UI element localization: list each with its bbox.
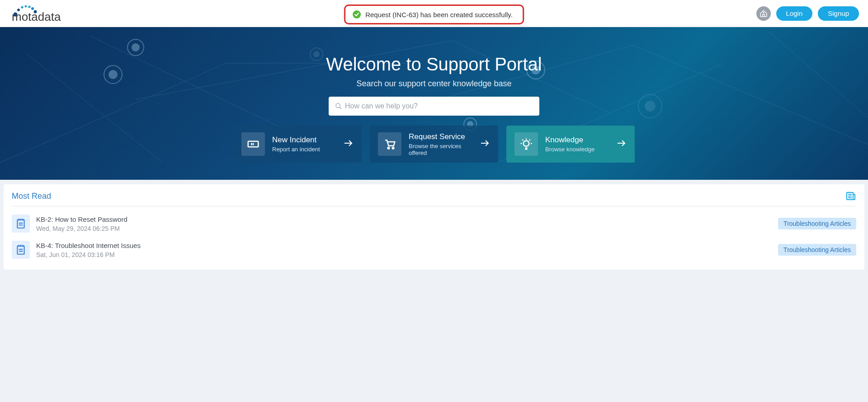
article-main: KB-2: How to Reset Password Wed, May 29,… bbox=[36, 215, 772, 232]
article-date: Wed, May 29, 2024 06:25 PM bbox=[36, 225, 772, 232]
svg-point-30 bbox=[310, 48, 323, 61]
card-main: Knowledge Browse knowledge bbox=[545, 136, 609, 153]
svg-line-11 bbox=[633, 45, 868, 145]
card-desc: Browse knowledge bbox=[545, 146, 609, 153]
svg-point-27 bbox=[645, 101, 655, 111]
hero-subtitle: Search our support center knowledge base bbox=[356, 79, 511, 89]
card-request-service[interactable]: Request Service Browse the services offe… bbox=[370, 126, 498, 163]
svg-line-47 bbox=[522, 140, 523, 140]
svg-point-31 bbox=[314, 51, 319, 57]
card-knowledge[interactable]: Knowledge Browse knowledge bbox=[506, 126, 635, 163]
svg-line-33 bbox=[340, 107, 341, 109]
article-date: Sat, Jun 01, 2024 03:16 PM bbox=[36, 251, 772, 258]
article-title[interactable]: KB-2: How to Reset Password bbox=[36, 215, 772, 223]
svg-line-8 bbox=[0, 63, 226, 163]
article-main: KB-4: Troubleshoot Internet Issues Sat, … bbox=[36, 242, 772, 258]
check-icon bbox=[353, 10, 361, 19]
brand-logo[interactable]: motadata bbox=[12, 5, 71, 23]
success-toast: Request (INC-63) has been created succes… bbox=[344, 5, 524, 24]
notepad-icon bbox=[12, 215, 30, 233]
newspaper-icon[interactable] bbox=[845, 191, 856, 201]
svg-point-20 bbox=[127, 39, 144, 56]
notepad-icon bbox=[12, 241, 30, 259]
svg-point-4 bbox=[28, 5, 30, 8]
svg-point-32 bbox=[336, 103, 340, 108]
card-new-incident[interactable]: New Incident Report an incident bbox=[233, 126, 362, 163]
top-actions: Login Signup bbox=[756, 6, 859, 21]
svg-rect-61 bbox=[17, 246, 24, 254]
svg-line-15 bbox=[769, 32, 868, 117]
card-title: Knowledge bbox=[545, 136, 609, 145]
card-title: New Incident bbox=[272, 136, 335, 145]
brand-logo-svg: motadata bbox=[12, 5, 71, 23]
article-tag[interactable]: Troubleshooting Articles bbox=[778, 218, 856, 229]
article-row: KB-4: Troubleshoot Internet Issues Sat, … bbox=[12, 241, 856, 259]
search-icon bbox=[335, 103, 342, 110]
article-title[interactable]: KB-4: Troubleshoot Internet Issues bbox=[36, 242, 772, 249]
lightbulb-icon bbox=[514, 132, 538, 156]
svg-point-21 bbox=[132, 44, 139, 51]
card-main: New Incident Report an incident bbox=[272, 136, 335, 153]
svg-point-41 bbox=[524, 141, 529, 147]
svg-point-3 bbox=[25, 5, 27, 7]
card-desc: Browse the services offered bbox=[409, 143, 472, 156]
cart-icon bbox=[378, 132, 401, 156]
signup-button[interactable]: Signup bbox=[818, 6, 859, 21]
ticket-icon bbox=[241, 132, 265, 156]
most-read-panel: Most Read KB-2: How to Reset Password We… bbox=[4, 184, 864, 270]
svg-rect-51 bbox=[853, 194, 855, 200]
svg-point-39 bbox=[392, 147, 394, 149]
svg-line-14 bbox=[27, 54, 163, 163]
panel-head: Most Read bbox=[12, 191, 856, 206]
search-input[interactable] bbox=[329, 97, 539, 116]
svg-point-26 bbox=[638, 94, 662, 118]
action-cards: New Incident Report an incident Request … bbox=[233, 126, 635, 163]
article-row: KB-2: How to Reset Password Wed, May 29,… bbox=[12, 215, 856, 233]
svg-point-38 bbox=[388, 147, 390, 149]
arrow-right-icon bbox=[479, 138, 490, 150]
svg-rect-55 bbox=[17, 220, 24, 228]
brand-word: motadata bbox=[12, 10, 61, 23]
svg-point-18 bbox=[104, 65, 122, 84]
arrow-right-icon bbox=[343, 138, 354, 150]
article-tag[interactable]: Troubleshooting Articles bbox=[778, 244, 856, 256]
hero-title: Welcome to Support Portal bbox=[326, 54, 542, 75]
hero: Welcome to Support Portal Search our sup… bbox=[0, 27, 868, 180]
card-main: Request Service Browse the services offe… bbox=[409, 132, 472, 156]
toast-text: Request (INC-63) has been created succes… bbox=[365, 11, 513, 19]
card-title: Request Service bbox=[409, 132, 472, 141]
home-icon[interactable] bbox=[756, 6, 771, 21]
panel-heading: Most Read bbox=[12, 192, 51, 201]
svg-point-19 bbox=[109, 70, 117, 79]
topbar: motadata Request (INC-63) has been creat… bbox=[0, 0, 868, 27]
arrow-right-icon bbox=[616, 138, 627, 150]
search-wrap bbox=[329, 97, 539, 116]
svg-point-2 bbox=[21, 6, 23, 8]
card-desc: Report an incident bbox=[272, 146, 335, 153]
login-button[interactable]: Login bbox=[776, 6, 813, 21]
svg-point-7 bbox=[763, 12, 764, 13]
svg-line-48 bbox=[529, 140, 530, 140]
